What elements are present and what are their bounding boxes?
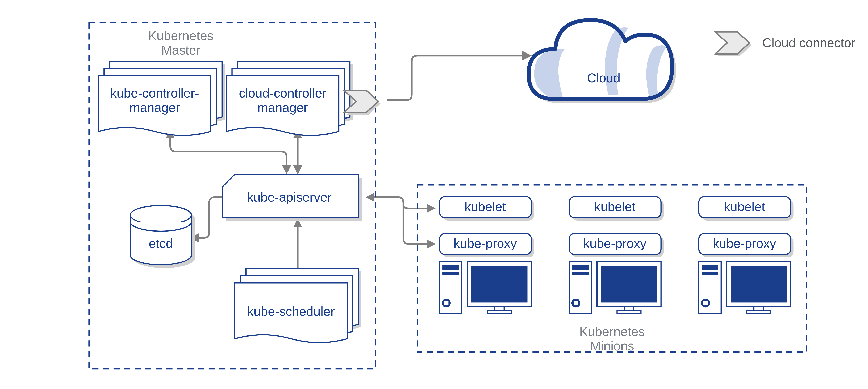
apiserver-label: kube-apiserver	[247, 190, 332, 204]
kube-scheduler-node: kube-scheduler	[235, 269, 361, 342]
kube-apiserver-node: kube-apiserver	[222, 174, 362, 221]
svg-rect-55	[754, 306, 763, 311]
kubernetes-architecture-diagram: Kubernetes Master kube-controller- manag…	[0, 0, 868, 376]
legend-cloud-connector: Cloud connector	[715, 32, 856, 56]
kube-proxy-label-3: kube-proxy	[713, 236, 776, 251]
minions-title-l2: Minions	[590, 339, 634, 353]
arrow-apiserver-minions	[366, 193, 436, 249]
minion-node-1: kubelet kube-proxy	[439, 197, 534, 313]
svg-rect-27	[495, 306, 504, 311]
cloud-label: Cloud	[587, 71, 620, 85]
computer-icon-1	[439, 262, 531, 313]
etcd-node: etcd	[130, 205, 195, 268]
svg-rect-49	[702, 272, 718, 275]
svg-marker-1	[282, 165, 291, 174]
kube-proxy-label-2: kube-proxy	[583, 236, 647, 251]
svg-point-14	[130, 205, 191, 225]
cloud-controller-manager-node: cloud-controller manager	[226, 61, 353, 135]
arrow-kcm-apiserver	[166, 129, 291, 174]
legend-label: Cloud connector	[762, 36, 856, 50]
svg-rect-23	[444, 301, 448, 305]
svg-rect-42	[617, 311, 641, 313]
svg-marker-9	[366, 193, 374, 202]
svg-marker-10	[427, 204, 436, 213]
kcm-label-l2: manager	[129, 100, 180, 115]
svg-rect-51	[703, 301, 708, 305]
svg-rect-37	[574, 301, 578, 305]
etcd-label: etcd	[149, 236, 173, 251]
svg-marker-3	[293, 165, 302, 174]
svg-marker-11	[427, 240, 436, 248]
scheduler-label: kube-scheduler	[247, 304, 335, 318]
minions-title-l1: Kubernetes	[579, 324, 645, 339]
computer-icon-3	[699, 262, 791, 313]
ccm-label-l2: manager	[257, 100, 308, 115]
master-title-l2: Master	[161, 43, 200, 57]
svg-rect-35	[572, 272, 589, 275]
svg-rect-41	[624, 306, 633, 311]
svg-rect-21	[442, 272, 459, 275]
ccm-label-l1: cloud-controller	[239, 86, 327, 100]
computer-icon-2	[569, 262, 661, 313]
svg-rect-40	[601, 266, 657, 303]
kube-controller-manager-node: kube-controller- manager	[98, 61, 225, 135]
arrow-ccm-apiserver	[293, 129, 302, 174]
arrow-ccm-cloud	[387, 51, 532, 100]
kubelet-label-1: kubelet	[465, 199, 506, 214]
svg-rect-56	[747, 311, 771, 313]
svg-rect-28	[488, 311, 512, 313]
master-title-l1: Kubernetes	[148, 28, 214, 43]
svg-rect-20	[442, 265, 459, 270]
kubelet-label-3: kubelet	[724, 199, 765, 214]
svg-rect-48	[702, 265, 718, 270]
minion-node-3: kubelet kube-proxy	[699, 197, 794, 313]
kcm-label-l1: kube-controller-	[110, 86, 199, 100]
svg-rect-34	[572, 265, 589, 270]
kube-proxy-label-1: kube-proxy	[454, 236, 517, 251]
minion-node-2: kubelet kube-proxy	[569, 197, 664, 313]
svg-rect-26	[471, 266, 528, 303]
cloud-node: Cloud	[529, 20, 676, 103]
svg-rect-54	[731, 266, 787, 303]
kubelet-label-2: kubelet	[594, 199, 636, 214]
